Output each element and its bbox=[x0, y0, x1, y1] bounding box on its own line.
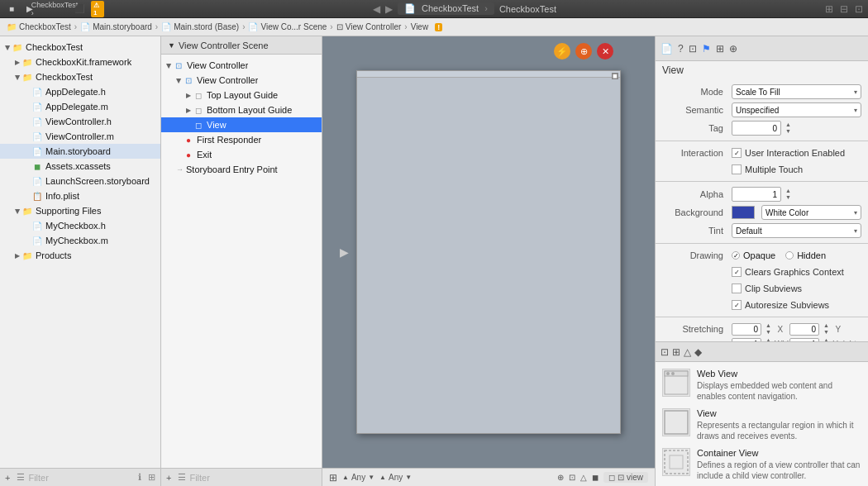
checkbox-user-interaction[interactable] bbox=[732, 148, 742, 158]
warning-icon[interactable]: ⚠ 1 bbox=[91, 2, 104, 16]
lib-icon-search[interactable]: ⊞ bbox=[672, 346, 680, 358]
attr-select-tint[interactable]: Default ▾ bbox=[732, 223, 861, 238]
vc-icon-exit[interactable]: ✕ bbox=[597, 43, 613, 60]
attr-input-alpha[interactable]: 1 bbox=[732, 187, 781, 202]
size-selector-w[interactable]: ▲ Any ▼ bbox=[342, 473, 374, 482]
scene-item-exit[interactable]: ● Exit bbox=[161, 147, 322, 162]
library-panel: ⊡ ⊞ △ ◆ Web bbox=[656, 341, 868, 486]
resize-handle[interactable]: ◼ bbox=[612, 73, 618, 79]
scene-item-entry[interactable]: → Storyboard Entry Point bbox=[161, 162, 322, 177]
stretch-x[interactable]: 0 bbox=[732, 323, 761, 336]
tree-item-checkboxtest-root[interactable]: ▶ 📁 CheckboxTest bbox=[0, 40, 160, 55]
lib-item-view[interactable]: View Represents a rectangular region in … bbox=[656, 405, 868, 445]
breadcrumb-item-5[interactable]: ⊡ View Controller bbox=[336, 22, 402, 31]
hierarchy-icon[interactable]: ⊞ bbox=[148, 472, 155, 483]
attr-select-mode[interactable]: Scale To Fill ▾ bbox=[732, 84, 861, 99]
stretch-y[interactable]: 0 bbox=[789, 323, 819, 336]
attr-select-semantic[interactable]: Unspecified ▾ bbox=[732, 102, 861, 117]
add-file-icon[interactable]: + bbox=[5, 473, 10, 483]
file-icon: 📄 bbox=[404, 3, 416, 13]
lib-icon-filter[interactable]: △ bbox=[684, 346, 691, 358]
stepper-down-alpha[interactable]: ▼ bbox=[785, 194, 791, 201]
stepper-up-alpha[interactable]: ▲ bbox=[785, 188, 791, 194]
constraints-icon[interactable]: ⊕ bbox=[557, 473, 564, 482]
forward-icon[interactable]: ▶ bbox=[385, 3, 393, 15]
vc-icon-warning[interactable]: ⚡ bbox=[554, 43, 570, 60]
scene-item-first-responder[interactable]: ● First Responder bbox=[161, 132, 322, 147]
attributes-icon[interactable]: ⚑ bbox=[702, 43, 711, 55]
lib-item-webview[interactable]: Web View Displays embedded web content a… bbox=[656, 365, 868, 405]
tree-item-checkboxtest-sub[interactable]: ▶ 📁 CheckboxTest bbox=[0, 69, 160, 84]
storyboard-icon: 📄 bbox=[31, 175, 43, 187]
stretch-y-stepper[interactable]: ▲ ▼ bbox=[823, 322, 829, 336]
connections-inspector-icon[interactable]: ⊕ bbox=[729, 43, 737, 55]
stretch-x-stepper[interactable]: ▲ ▼ bbox=[765, 322, 771, 336]
quick-help-icon[interactable]: ? bbox=[678, 43, 684, 55]
alpha-stepper[interactable]: ▲ ▼ bbox=[785, 188, 791, 201]
checkbox-clears-graphics[interactable] bbox=[732, 267, 742, 277]
view-toggle-mid[interactable]: ⊟ bbox=[840, 3, 848, 15]
expand-arrow-icon[interactable]: ▶ bbox=[340, 245, 349, 259]
scene-item-vc-scene[interactable]: ▶ ⊡ View Controller bbox=[161, 58, 322, 73]
add-scene-icon[interactable]: + bbox=[166, 473, 171, 483]
checkbox-clip-subviews[interactable] bbox=[732, 284, 742, 293]
view-toggle-right[interactable]: ⊡ bbox=[855, 3, 863, 15]
file-inspector-icon[interactable]: 📄 bbox=[661, 43, 673, 55]
tree-item-launchscreen[interactable]: 📄 LaunchScreen.storyboard bbox=[0, 174, 160, 188]
tree-item-viewcontroller-h[interactable]: 📄 ViewController.h bbox=[0, 114, 160, 129]
lib-icon-shapes[interactable]: ⊡ bbox=[661, 346, 669, 358]
stop-icon[interactable]: ■ bbox=[5, 2, 18, 16]
view-svg bbox=[663, 409, 689, 436]
size-inspector-icon[interactable]: ⊞ bbox=[716, 43, 724, 55]
identity-icon[interactable]: ⊡ bbox=[689, 43, 697, 55]
checkbox-multiple-touch[interactable] bbox=[732, 164, 742, 174]
stretch-y-label: Y bbox=[832, 325, 844, 334]
tree-item-mycheckbox-m[interactable]: 📄 MyCheckbox.m bbox=[0, 233, 160, 248]
lib-item-container[interactable]: Container View Defines a region of a vie… bbox=[656, 445, 868, 484]
vc-icon-responder[interactable]: ⊕ bbox=[575, 43, 592, 60]
lib-icon-more[interactable]: ◆ bbox=[694, 346, 702, 358]
breadcrumb-item-3[interactable]: 📄 Main.stord (Base) bbox=[161, 22, 239, 31]
tree-item-viewcontroller-m[interactable]: 📄 ViewController.m bbox=[0, 129, 160, 144]
layout-icon-bottom[interactable]: ⊞ bbox=[329, 472, 337, 484]
embed-icon[interactable]: ◼ bbox=[592, 473, 599, 482]
scene-item-vc[interactable]: ▶ ⊡ View Controller bbox=[161, 73, 322, 88]
breadcrumb-icon-5: ⊡ bbox=[336, 22, 343, 31]
storyboard-canvas[interactable]: ⚡ ⊕ ✕ ▶ ◼ bbox=[322, 36, 655, 468]
radio-opaque[interactable] bbox=[732, 251, 740, 260]
scheme-icon[interactable]: CheckboxTest › bbox=[48, 2, 61, 16]
tree-item-main-storyboard[interactable]: 📄 Main.storyboard bbox=[0, 144, 160, 159]
back-icon[interactable]: ◀ bbox=[373, 3, 380, 15]
attr-select-background[interactable]: White Color ▾ bbox=[761, 205, 861, 220]
tree-item-appdelegate-h[interactable]: 📄 AppDelegate.h bbox=[0, 84, 160, 99]
tree-item-checkboxkit[interactable]: ▶ 📁 CheckboxKit.framework bbox=[0, 55, 160, 69]
view-toggle-left[interactable]: ⊞ bbox=[825, 3, 833, 15]
tree-item-mycheckbox-h[interactable]: 📄 MyCheckbox.h bbox=[0, 218, 160, 233]
tree-item-supporting[interactable]: ▶ 📁 Supporting Files bbox=[0, 203, 160, 218]
attr-input-tag[interactable]: 0 bbox=[732, 121, 781, 136]
radio-hidden[interactable] bbox=[785, 251, 794, 260]
scene-item-view[interactable]: ◻ View bbox=[161, 117, 322, 132]
breadcrumb-item-1[interactable]: 📁 CheckboxTest bbox=[7, 22, 71, 31]
align-icon[interactable]: ⊡ bbox=[569, 473, 575, 482]
scene-item-top-layout[interactable]: ▶ ◻ Top Layout Guide bbox=[161, 88, 322, 102]
tree-item-appdelegate-m[interactable]: 📄 AppDelegate.m bbox=[0, 99, 160, 114]
breadcrumb-item-6[interactable]: View bbox=[411, 22, 429, 31]
scene-item-bottom-layout[interactable]: ▶ ◻ Bottom Layout Guide bbox=[161, 102, 322, 117]
tree-item-assets[interactable]: ◼ Assets.xcassets bbox=[0, 159, 160, 174]
resolve-icon[interactable]: △ bbox=[580, 473, 587, 482]
attributes-area: Mode Scale To Fill ▾ Semantic Unspecifie… bbox=[656, 79, 868, 341]
breadcrumb-item-4[interactable]: 📄 View Co...r Scene bbox=[248, 22, 327, 31]
tree-item-info-plist[interactable]: 📋 Info.plist bbox=[0, 188, 160, 203]
info-icon[interactable]: ℹ bbox=[138, 472, 141, 483]
stepper-down[interactable]: ▼ bbox=[785, 128, 791, 135]
attr-row-drawing: Drawing Opaque Hidden bbox=[656, 247, 868, 264]
color-swatch-background[interactable] bbox=[732, 206, 755, 219]
stepper-up[interactable]: ▲ bbox=[785, 122, 791, 128]
checkbox-autoresize[interactable] bbox=[732, 300, 742, 310]
size-selector-h[interactable]: ▲ Any ▼ bbox=[379, 473, 412, 482]
tree-label: View bbox=[207, 120, 227, 130]
tree-item-products[interactable]: ▶ 📁 Products bbox=[0, 248, 160, 263]
tag-stepper[interactable]: ▲ ▼ bbox=[785, 122, 791, 135]
breadcrumb-item-2[interactable]: 📄 Main.storyboard bbox=[80, 22, 152, 31]
